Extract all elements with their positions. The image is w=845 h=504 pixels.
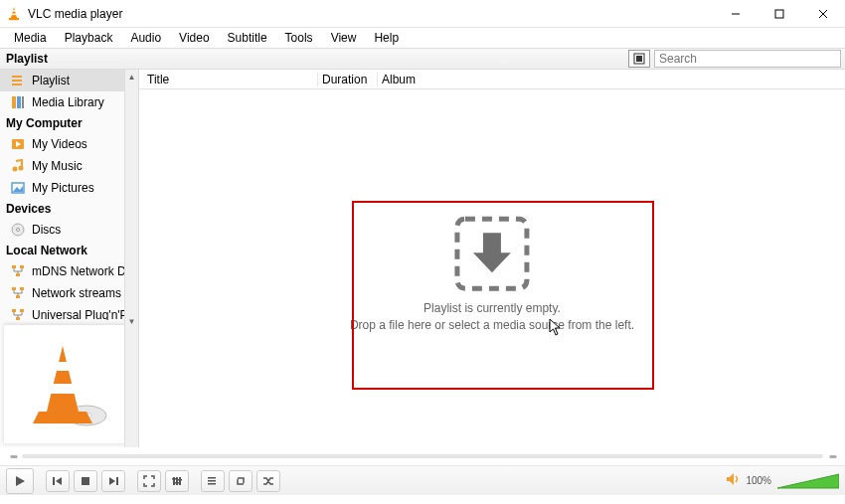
controls-bar: 100%	[0, 465, 845, 495]
menu-view[interactable]: View	[323, 29, 365, 47]
sidebar-artwork	[4, 324, 134, 443]
empty-line2: Drop a file here or select a media sourc…	[350, 317, 634, 334]
sidebar-header-devices: Devices	[0, 199, 138, 219]
svg-rect-55	[208, 483, 216, 485]
seek-bar-row: •••• ••••	[0, 447, 845, 465]
time-start-dots: ••••	[10, 451, 16, 462]
svg-rect-14	[17, 96, 21, 108]
menu-audio[interactable]: Audio	[122, 29, 169, 47]
svg-rect-53	[208, 477, 216, 479]
network-icon	[10, 263, 26, 279]
sidebar-header-mycomputer: My Computer	[0, 113, 138, 133]
svg-point-18	[13, 167, 18, 172]
svg-rect-46	[116, 477, 118, 485]
svg-rect-13	[12, 96, 16, 108]
titlebar: VLC media player	[0, 0, 845, 28]
video-icon	[10, 136, 26, 152]
sidebar-item-my-music[interactable]: My Music	[0, 155, 138, 177]
next-button[interactable]	[101, 470, 125, 492]
menu-tools[interactable]: Tools	[277, 29, 321, 47]
column-header-album[interactable]: Album	[378, 73, 845, 86]
svg-rect-51	[175, 482, 179, 484]
window-title: VLC media player	[28, 7, 122, 21]
empty-line1: Playlist is currently empty.	[350, 300, 634, 317]
toggle-playlist-button[interactable]	[201, 470, 225, 492]
menu-subtitle[interactable]: Subtitle	[220, 29, 275, 47]
sidebar-item-my-pictures[interactable]: My Pictures	[0, 177, 138, 199]
svg-rect-49	[179, 477, 181, 485]
playlist-drop-zone[interactable]: Playlist is currently empty. Drop a file…	[139, 89, 845, 447]
loop-button[interactable]	[229, 470, 253, 492]
svg-rect-31	[20, 309, 24, 312]
svg-rect-9	[636, 56, 642, 62]
seek-slider[interactable]	[22, 454, 823, 458]
svg-rect-15	[22, 96, 24, 108]
previous-button[interactable]	[46, 470, 70, 492]
svg-rect-26	[16, 273, 20, 276]
sidebar-item-discs[interactable]: Discs	[0, 219, 138, 241]
svg-rect-54	[208, 480, 216, 482]
sidebar-item-my-videos[interactable]: My Videos	[0, 133, 138, 155]
sidebar-item-label: My Videos	[32, 137, 87, 151]
svg-rect-32	[16, 317, 20, 320]
sidebar-item-upnp[interactable]: Universal Plug'n'Play	[0, 304, 138, 320]
random-button[interactable]	[256, 470, 280, 492]
playlist-icon	[10, 73, 26, 88]
sidebar-item-label: Media Library	[32, 95, 104, 109]
vlc-cone-icon	[6, 6, 22, 22]
scroll-down-icon[interactable]: ▼	[125, 314, 138, 328]
fullscreen-button[interactable]	[137, 470, 161, 492]
playlist-view-toggle-button[interactable]	[628, 50, 650, 68]
volume-slider[interactable]	[777, 472, 839, 490]
menubar: Media Playback Audio Video Subtitle Tool…	[0, 28, 845, 48]
svg-marker-43	[56, 477, 62, 485]
svg-rect-42	[53, 477, 55, 485]
music-icon	[10, 158, 26, 174]
svg-marker-45	[109, 477, 115, 485]
sidebar-item-playlist[interactable]: Playlist	[0, 70, 138, 91]
menu-playback[interactable]: Playback	[57, 29, 121, 47]
sidebar-scrollbar[interactable]: ▲ ▼	[124, 70, 138, 447]
window-close-button[interactable]	[801, 0, 845, 28]
extended-settings-button[interactable]	[165, 470, 189, 492]
svg-rect-12	[12, 84, 22, 85]
sidebar-item-mdns[interactable]: mDNS Network Disco...	[0, 260, 138, 282]
svg-rect-24	[12, 265, 16, 268]
network-icon	[10, 285, 26, 301]
svg-rect-11	[12, 80, 22, 82]
volume-mute-icon[interactable]	[726, 472, 742, 489]
sidebar-item-sap[interactable]: Network streams (SAP)	[0, 282, 138, 304]
sidebar-item-label: My Pictures	[32, 181, 94, 195]
sidebar-header-localnetwork: Local Network	[0, 241, 138, 260]
stop-button[interactable]	[74, 470, 97, 492]
svg-rect-2	[12, 13, 17, 15]
vlc-cone-large-icon	[29, 340, 110, 429]
menu-media[interactable]: Media	[6, 29, 55, 47]
menu-video[interactable]: Video	[171, 29, 217, 47]
svg-rect-30	[12, 309, 16, 312]
svg-rect-36	[55, 362, 71, 371]
search-input[interactable]	[654, 50, 841, 68]
window-maximize-button[interactable]	[758, 0, 801, 28]
time-end-dots: ••••	[829, 451, 835, 462]
sidebar-item-label: Network streams (SAP)	[32, 286, 138, 300]
window-minimize-button[interactable]	[714, 0, 758, 28]
disc-icon	[10, 222, 26, 238]
svg-rect-37	[51, 384, 75, 394]
svg-marker-21	[13, 186, 23, 192]
svg-rect-28	[20, 287, 24, 290]
svg-marker-40	[473, 233, 511, 272]
column-header-row: Title Duration Album	[139, 70, 845, 89]
svg-rect-29	[16, 295, 20, 298]
svg-rect-5	[775, 10, 783, 18]
svg-marker-59	[777, 474, 839, 488]
sidebar-item-media-library[interactable]: Media Library	[0, 91, 138, 113]
menu-help[interactable]: Help	[366, 29, 407, 47]
scroll-up-icon[interactable]: ▲	[125, 70, 138, 84]
column-header-title[interactable]: Title	[139, 73, 318, 86]
sidebar-item-label: Playlist	[32, 74, 70, 87]
column-header-duration[interactable]: Duration	[318, 73, 378, 86]
sidebar: Playlist Media Library My Computer My Vi…	[0, 70, 139, 447]
media-library-icon	[10, 94, 26, 110]
play-button[interactable]	[6, 468, 34, 494]
